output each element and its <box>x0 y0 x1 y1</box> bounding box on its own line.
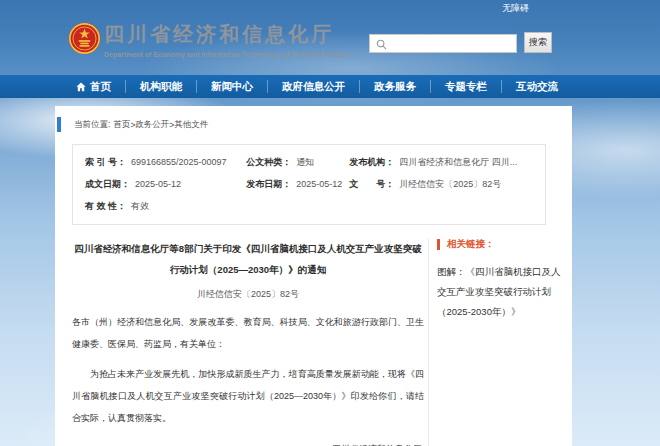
breadcrumb-item-gov-open[interactable]: 政务公开 <box>135 119 169 131</box>
nav-item-news[interactable]: 新闻中心 <box>196 80 267 93</box>
breadcrumb-item-other-docs[interactable]: 其他文件 <box>174 119 208 131</box>
breadcrumb-label: 当前位置: <box>74 119 110 131</box>
content-panel: 当前位置: 首页 > 政务公开 > 其他文件 索 引 号： 699166855/… <box>55 106 572 446</box>
site-title-block: 四川省经济和信息化厅 Department of Economy and Inf… <box>104 21 350 58</box>
national-emblem-icon <box>68 22 101 55</box>
meta-doc-number: 文 号： 川经信信安〔2025〕82号 <box>349 178 533 191</box>
site-title: 四川省经济和信息化厅 <box>104 21 350 48</box>
doc-meta-table: 索 引 号： 699166855/2025-00097 公文种类： 通知 发布机… <box>72 144 546 225</box>
breadcrumb-item-home[interactable]: 首页 <box>113 119 130 131</box>
search-button[interactable]: 搜索 <box>524 32 552 53</box>
meta-issuing-agency: 发布机构： 四川省经济和信息化厅 四川... <box>349 156 533 169</box>
vertical-divider <box>428 238 429 446</box>
meta-validity: 有 效 性： 有效 <box>85 200 246 213</box>
related-links-marker <box>437 239 440 250</box>
nav-item-label: 首页 <box>90 80 111 94</box>
page-background: 无障碍 四川省经济和信息化厅 Department of Economy and… <box>0 0 660 446</box>
accessibility-link[interactable]: 无障碍 <box>502 2 529 15</box>
breadcrumb: 当前位置: 首页 > 政务公开 > 其他文件 <box>55 106 572 132</box>
site-search: 搜索 <box>369 32 552 53</box>
meta-written-date: 成文日期： 2025-05-12 <box>85 178 246 191</box>
search-icon <box>376 36 387 47</box>
document-number: 川经信信安〔2025〕82号 <box>72 288 424 301</box>
meta-index-number: 索 引 号： 699166855/2025-00097 <box>85 156 246 169</box>
nav-item-interaction[interactable]: 互动交流 <box>501 80 572 93</box>
search-input[interactable] <box>369 34 517 53</box>
nav-item-organization[interactable]: 机构职能 <box>125 80 196 93</box>
breadcrumb-marker <box>57 117 61 132</box>
document-paragraph: 为抢占未来产业发展先机，加快形成新质生产力，培育高质量发展新动能，现将《四川省脑… <box>72 363 424 429</box>
document-body: 四川省经济和信息化厅等8部门关于印发《四川省脑机接口及人机交互产业攻坚突破行动计… <box>72 238 424 446</box>
nav-item-gov-info[interactable]: 政府信息公开 <box>267 80 359 93</box>
document-title: 四川省经济和信息化厅等8部门关于印发《四川省脑机接口及人机交互产业攻坚突破行动计… <box>72 238 424 280</box>
site-subtitle: Department of Economy and Information Te… <box>104 51 350 58</box>
meta-doc-type: 公文种类： 通知 <box>246 156 349 169</box>
main-nav: 首页 机构职能 新闻中心 政府信息公开 政务服务 专题专栏 互动交流 <box>0 75 660 98</box>
related-links-panel: 相关链接： 图解：《四川省脑机接口及人交互产业攻坚突破行动计划（2025-203… <box>437 238 567 446</box>
article-and-sidebar: 四川省经济和信息化厅等8部门关于印发《四川省脑机接口及人机交互产业攻坚突破行动计… <box>55 238 572 446</box>
related-links-heading: 相关链接： <box>437 238 567 251</box>
document-paragraph: 各市（州）经济和信息化局、发展改革委、教育局、科技局、文化和旅游行政部门、卫生健… <box>72 311 424 355</box>
meta-publish-date: 发布日期： 2025-05-12 <box>246 178 349 191</box>
home-icon <box>76 82 86 92</box>
nav-item-services[interactable]: 政务服务 <box>359 80 430 93</box>
nav-item-home[interactable]: 首页 <box>62 80 125 93</box>
nav-item-topics[interactable]: 专题专栏 <box>430 80 501 93</box>
related-link-infographic[interactable]: 图解：《四川省脑机接口及人交互产业攻坚突破行动计划（2025-2030年）》 <box>437 262 567 322</box>
